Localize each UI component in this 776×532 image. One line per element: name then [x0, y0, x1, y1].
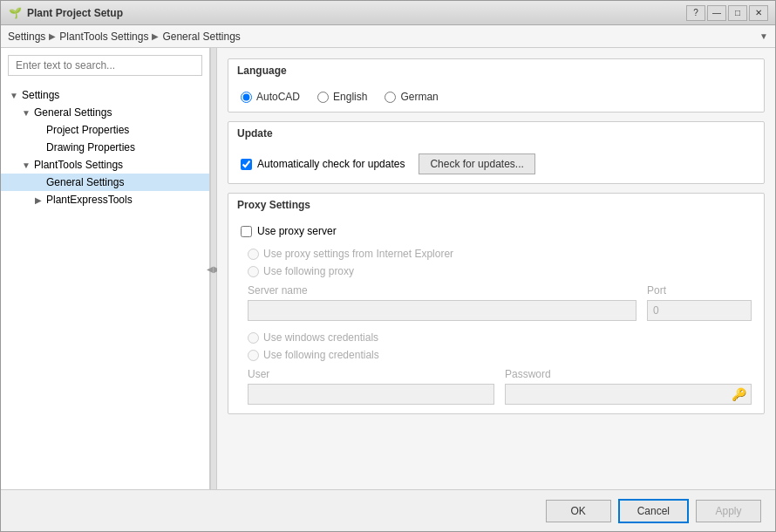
ok-button[interactable]: OK — [546, 500, 611, 522]
language-section: Language AutoCAD English Ger — [228, 58, 765, 113]
radio-windows-creds-input — [248, 332, 259, 344]
radio-autocad[interactable]: AutoCAD — [241, 91, 300, 103]
cred-radio-group: Use windows credentials Use following cr… — [241, 331, 752, 361]
update-section: Update Automatically check for updates C… — [228, 121, 765, 184]
password-group: Password 🔑 — [505, 368, 752, 405]
radio-following-creds-label: Use following credentials — [263, 349, 379, 361]
server-group: Server name — [248, 284, 636, 321]
use-proxy-input[interactable] — [241, 226, 252, 237]
update-row: Automatically check for updates Check fo… — [241, 153, 752, 174]
toggle-general2 — [32, 178, 44, 188]
proxy-section: Proxy Settings Use proxy server Use prox… — [228, 193, 765, 414]
tree-item-general-settings[interactable]: ▼ General Settings — [1, 104, 209, 121]
toggle-project — [32, 126, 44, 135]
breadcrumb: Settings ▶ PlantTools Settings ▶ General… — [1, 25, 775, 48]
cred-fields-row: User Password 🔑 — [241, 368, 752, 405]
port-group: Port — [647, 284, 752, 321]
radio-following-proxy-input — [248, 266, 259, 277]
tree-label-drawing: Drawing Properties — [46, 141, 135, 153]
use-proxy-text: Use proxy server — [257, 225, 337, 237]
tree-item-planttools[interactable]: ▼ PlantTools Settings — [1, 156, 209, 174]
language-title: Language — [228, 59, 764, 82]
close-button[interactable]: ✕ — [749, 5, 768, 21]
cancel-button[interactable]: Cancel — [618, 499, 689, 523]
panel-splitter[interactable]: ◀▶ — [210, 48, 217, 489]
user-group: User — [248, 368, 494, 405]
left-panel: ▼ Settings ▼ General Settings Project Pr… — [1, 48, 210, 489]
password-label: Password — [505, 368, 752, 380]
language-radio-group: AutoCAD English German — [241, 91, 752, 103]
radio-ie-proxy-label: Use proxy settings from Internet Explore… — [263, 248, 453, 260]
auto-check-text: Automatically check for updates — [257, 158, 405, 170]
radio-ie-proxy: Use proxy settings from Internet Explore… — [248, 248, 752, 260]
tree-container: ▼ Settings ▼ General Settings Project Pr… — [1, 83, 209, 489]
server-input[interactable] — [248, 300, 636, 321]
tree-label-general: General Settings — [34, 106, 112, 119]
tree-label-general2: General Settings — [46, 176, 124, 188]
update-title: Update — [228, 122, 764, 145]
search-input[interactable] — [8, 55, 202, 76]
tree-item-plantexpress[interactable]: ▶ PlantExpressTools — [1, 191, 209, 208]
minimize-button[interactable]: — — [707, 5, 726, 21]
radio-ie-proxy-input — [248, 249, 259, 260]
proxy-title: Proxy Settings — [228, 194, 764, 216]
radio-following-creds: Use following credentials — [248, 349, 752, 361]
tree-label-plantexpress: PlantExpressTools — [46, 194, 133, 206]
user-input[interactable] — [248, 384, 494, 405]
window-title: Plant Project Setup — [27, 7, 686, 19]
bottom-bar: OK Cancel Apply — [1, 489, 775, 531]
user-label: User — [248, 368, 494, 380]
breadcrumb-dropdown[interactable]: ▼ — [759, 31, 768, 41]
language-content: AutoCAD English German — [228, 82, 764, 112]
check-updates-button[interactable]: Check for updates... — [419, 153, 534, 174]
radio-autocad-label: AutoCAD — [256, 91, 300, 103]
breadcrumb-settings[interactable]: Settings — [8, 31, 45, 43]
radio-following-creds-input — [248, 350, 259, 361]
help-button[interactable]: ? — [686, 5, 705, 21]
tree-item-settings[interactable]: ▼ Settings — [1, 86, 209, 104]
toggle-settings: ▼ — [8, 91, 20, 100]
password-wrapper: 🔑 — [505, 384, 752, 405]
auto-check-input[interactable] — [241, 159, 252, 170]
server-label: Server name — [248, 284, 636, 297]
radio-following-proxy: Use following proxy — [248, 265, 752, 277]
radio-german[interactable]: German — [385, 91, 438, 103]
radio-english-label: English — [333, 91, 367, 103]
maximize-button[interactable]: □ — [728, 5, 747, 21]
auto-check-label[interactable]: Automatically check for updates — [241, 158, 405, 170]
radio-german-label: German — [400, 91, 438, 103]
toggle-drawing — [32, 143, 44, 153]
radio-german-input[interactable] — [385, 92, 396, 103]
main-content: ▼ Settings ▼ General Settings Project Pr… — [1, 48, 775, 489]
radio-english[interactable]: English — [317, 91, 367, 103]
port-input[interactable] — [647, 300, 752, 321]
breadcrumb-general[interactable]: General Settings — [162, 31, 240, 43]
tree-label-planttools: PlantTools Settings — [34, 159, 123, 171]
breadcrumb-planttools[interactable]: PlantTools Settings — [59, 31, 148, 43]
breadcrumb-sep-2: ▶ — [152, 31, 159, 41]
tree-label-project: Project Properties — [46, 124, 129, 136]
radio-windows-creds-label: Use windows credentials — [263, 331, 378, 344]
toggle-general: ▼ — [20, 108, 32, 118]
use-proxy-label[interactable]: Use proxy server — [241, 225, 752, 237]
tree-item-drawing-props[interactable]: Drawing Properties — [1, 139, 209, 156]
radio-windows-creds: Use windows credentials — [248, 331, 752, 344]
app-icon: 🌱 — [8, 6, 22, 20]
proxy-radio-group: Use proxy settings from Internet Explore… — [241, 248, 752, 277]
tree-item-general-settings-2[interactable]: General Settings — [1, 174, 209, 191]
title-bar-buttons: ? — □ ✕ — [686, 5, 768, 21]
right-panel: Language AutoCAD English Ger — [217, 48, 775, 489]
title-bar: 🌱 Plant Project Setup ? — □ ✕ — [1, 1, 775, 25]
main-window: 🌱 Plant Project Setup ? — □ ✕ Settings ▶… — [0, 0, 776, 532]
toggle-plantexpress: ▶ — [32, 195, 44, 205]
tree-item-project-props[interactable]: Project Properties — [1, 121, 209, 139]
update-content: Automatically check for updates Check fo… — [228, 145, 764, 183]
radio-following-proxy-label: Use following proxy — [263, 265, 354, 277]
tree-label-settings: Settings — [22, 89, 59, 101]
apply-button[interactable]: Apply — [696, 500, 761, 522]
toggle-planttools: ▼ — [20, 160, 32, 170]
radio-english-input[interactable] — [317, 92, 329, 103]
password-input[interactable] — [505, 384, 752, 405]
proxy-content: Use proxy server Use proxy settings from… — [228, 216, 764, 413]
radio-autocad-input[interactable] — [241, 92, 252, 103]
